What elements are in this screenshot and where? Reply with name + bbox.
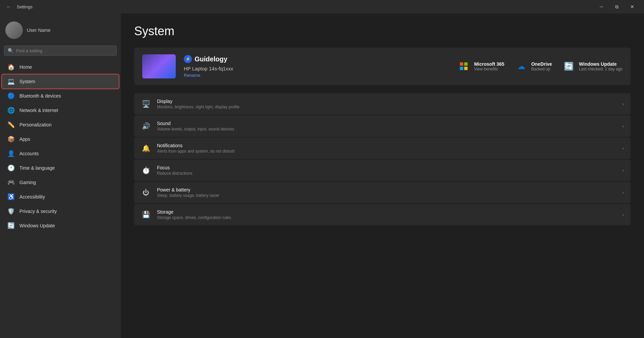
- info-banner: ⚡ Guidelogy HP Laptop 14s-fq1xxx Rename …: [134, 48, 631, 85]
- window-controls: ─ ⧉ ✕: [594, 0, 640, 13]
- winupdate-icon: 🔄: [564, 62, 574, 71]
- settings-sub-sound: Volume levels, output, input, sound devi…: [157, 127, 616, 131]
- settings-item-storage[interactable]: 💾 Storage Storage space, drives, configu…: [134, 204, 631, 225]
- settings-title-sound: Sound: [157, 121, 616, 126]
- device-image: [142, 54, 176, 78]
- sidebar-icon-accessibility: ♿: [7, 193, 15, 201]
- banner-action-title-windows-update: Windows Update: [579, 61, 623, 67]
- sidebar-item-windows-update[interactable]: 🔄 Windows Update: [2, 219, 119, 233]
- rename-link[interactable]: Rename: [184, 73, 233, 78]
- profile-name: User Name: [27, 27, 51, 33]
- settings-title-storage: Storage: [157, 209, 616, 215]
- settings-chevron-display: ›: [622, 101, 624, 107]
- sidebar-item-accounts[interactable]: 👤 Accounts: [2, 147, 119, 161]
- sidebar-item-apps[interactable]: 📦 Apps: [2, 132, 119, 146]
- sidebar-icon-apps: 📦: [7, 135, 15, 143]
- sidebar-item-gaming[interactable]: 🎮 Gaming: [2, 175, 119, 189]
- settings-icon-sound: 🔊: [141, 121, 151, 131]
- sidebar-label-network: Network & internet: [19, 108, 58, 113]
- banner-action-sub-onedrive: Backed up: [531, 67, 552, 71]
- sidebar-label-time: Time & language: [19, 165, 55, 171]
- banner-action-icon-onedrive: ☁: [515, 60, 527, 72]
- sidebar-icon-time: 🕐: [7, 164, 15, 172]
- sidebar-icon-accounts: 👤: [7, 150, 15, 157]
- sidebar-icon-home: 🏠: [7, 63, 15, 71]
- search-input[interactable]: [16, 48, 113, 53]
- sidebar-item-personalization[interactable]: ✏️ Personalization: [2, 118, 119, 132]
- brand-name: Guidelogy: [195, 55, 227, 63]
- settings-text-focus: Focus Reduce distractions: [157, 165, 616, 176]
- search-icon: 🔍: [8, 48, 13, 53]
- settings-item-display[interactable]: 🖥️ Display Monitors, brightness, night l…: [134, 93, 631, 115]
- main-content: System ⚡ Guidelogy HP Laptop 14s-fq1xxx …: [121, 13, 644, 338]
- settings-item-notifications[interactable]: 🔔 Notifications Alerts from apps and sys…: [134, 137, 631, 159]
- sidebar-label-windows-update: Windows Update: [19, 223, 55, 228]
- banner-action-microsoft365[interactable]: Microsoft 365 View benefits: [458, 60, 504, 72]
- banner-action-sub-windows-update: Last checked: 1 day ago: [579, 67, 623, 71]
- settings-text-display: Display Monitors, brightness, night ligh…: [157, 99, 616, 109]
- device-model: HP Laptop 14s-fq1xxx: [184, 66, 233, 71]
- settings-chevron-power-battery: ›: [622, 190, 624, 195]
- sidebar-label-gaming: Gaming: [19, 180, 36, 185]
- banner-action-title-microsoft365: Microsoft 365: [474, 61, 504, 67]
- sidebar-label-personalization: Personalization: [19, 122, 52, 127]
- settings-icon-storage: 💾: [141, 210, 151, 220]
- settings-text-storage: Storage Storage space, drives, configura…: [157, 209, 616, 220]
- settings-icon-focus: ⏱️: [141, 165, 151, 175]
- avatar: [5, 21, 23, 39]
- brand-logo: ⚡ Guidelogy: [184, 55, 233, 63]
- back-button[interactable]: ←: [4, 2, 13, 11]
- sidebar-item-accessibility[interactable]: ♿ Accessibility: [2, 190, 119, 204]
- minimize-button[interactable]: ─: [594, 0, 609, 13]
- banner-action-windows-update[interactable]: 🔄 Windows Update Last checked: 1 day ago: [563, 60, 623, 72]
- titlebar: ← Settings ─ ⧉ ✕: [0, 0, 644, 13]
- sidebar-label-home: Home: [19, 64, 32, 70]
- banner-action-sub-microsoft365: View benefits: [474, 67, 504, 71]
- settings-icon-display: 🖥️: [141, 99, 151, 109]
- banner-action-icon-windows-update: 🔄: [563, 60, 575, 72]
- sidebar-item-privacy[interactable]: 🛡️ Privacy & security: [2, 204, 119, 218]
- settings-text-sound: Sound Volume levels, output, input, soun…: [157, 121, 616, 131]
- settings-chevron-storage: ›: [622, 212, 624, 217]
- profile-section: User Name: [0, 19, 121, 44]
- sidebar-icon-network: 🌐: [7, 107, 15, 114]
- sidebar-icon-windows-update: 🔄: [7, 222, 15, 229]
- sidebar: User Name 🔍 🏠 Home 💻 System 🔵 Bluetooth …: [0, 13, 121, 338]
- sidebar-item-system[interactable]: 💻 System: [2, 74, 119, 89]
- settings-list: 🖥️ Display Monitors, brightness, night l…: [134, 93, 631, 225]
- sidebar-label-accounts: Accounts: [19, 151, 39, 156]
- sidebar-item-network[interactable]: 🌐 Network & internet: [2, 103, 119, 117]
- settings-title-notifications: Notifications: [157, 143, 616, 148]
- settings-item-power-battery[interactable]: ⏻ Power & battery Sleep, battery usage, …: [134, 182, 631, 203]
- banner-action-onedrive[interactable]: ☁ OneDrive Backed up: [515, 60, 552, 72]
- banner-action-text-microsoft365: Microsoft 365 View benefits: [474, 61, 504, 71]
- onedrive-icon: ☁: [517, 62, 525, 71]
- settings-icon-notifications: 🔔: [141, 143, 151, 153]
- sidebar-item-home[interactable]: 🏠 Home: [2, 60, 119, 74]
- sidebar-label-accessibility: Accessibility: [19, 194, 45, 200]
- settings-chevron-sound: ›: [622, 123, 624, 129]
- maximize-button[interactable]: ⧉: [609, 0, 625, 13]
- settings-text-notifications: Notifications Alerts from apps and syste…: [157, 143, 616, 154]
- sidebar-nav: 🏠 Home 💻 System 🔵 Bluetooth & devices 🌐 …: [0, 60, 121, 233]
- sidebar-item-time[interactable]: 🕐 Time & language: [2, 161, 119, 175]
- settings-icon-power-battery: ⏻: [141, 187, 151, 198]
- settings-title-display: Display: [157, 99, 616, 104]
- settings-chevron-notifications: ›: [622, 146, 624, 151]
- settings-sub-power-battery: Sleep, battery usage, battery saver: [157, 193, 616, 198]
- settings-title-power-battery: Power & battery: [157, 187, 616, 192]
- settings-item-focus[interactable]: ⏱️ Focus Reduce distractions ›: [134, 160, 631, 181]
- page-title: System: [134, 24, 631, 38]
- search-box[interactable]: 🔍: [4, 46, 117, 56]
- settings-chevron-focus: ›: [622, 168, 624, 173]
- settings-sub-focus: Reduce distractions: [157, 171, 616, 176]
- close-button[interactable]: ✕: [625, 0, 640, 13]
- sidebar-icon-personalization: ✏️: [7, 121, 15, 128]
- settings-text-power-battery: Power & battery Sleep, battery usage, ba…: [157, 187, 616, 198]
- settings-item-sound[interactable]: 🔊 Sound Volume levels, output, input, so…: [134, 115, 631, 137]
- sidebar-item-bluetooth[interactable]: 🔵 Bluetooth & devices: [2, 89, 119, 103]
- settings-sub-notifications: Alerts from apps and system, do not dist…: [157, 149, 616, 154]
- sidebar-label-system: System: [19, 79, 35, 84]
- sidebar-icon-privacy: 🛡️: [7, 208, 15, 215]
- sidebar-icon-system: 💻: [7, 78, 15, 85]
